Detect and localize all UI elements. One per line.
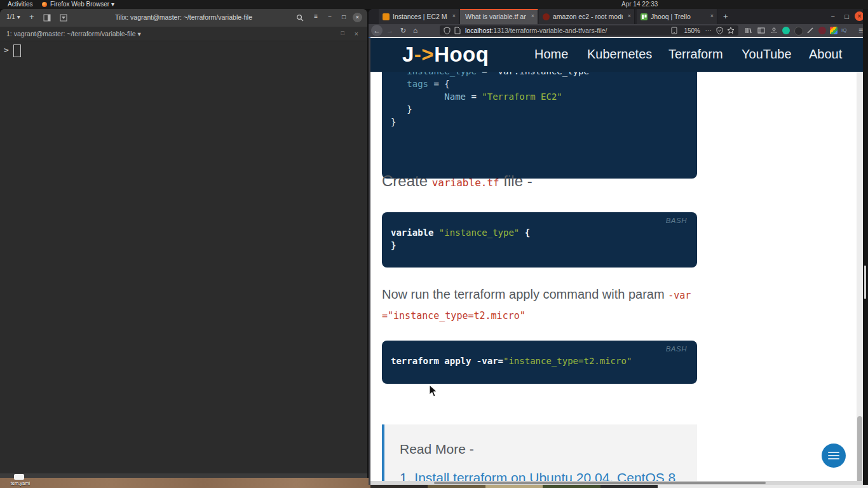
colorful-extension-icon[interactable] <box>830 27 837 34</box>
mouse-cursor <box>429 384 438 397</box>
terminal-cursor <box>13 44 21 57</box>
library-icon[interactable] <box>745 27 752 34</box>
tab-close-icon[interactable]: × <box>628 13 631 19</box>
iq-extension-icon[interactable]: IQ <box>841 27 849 34</box>
firefox-icon <box>42 2 47 7</box>
read-more-box: Read More - 1. Install terraform on Ubun… <box>382 424 697 485</box>
close-button[interactable]: × <box>353 13 362 22</box>
tab-close-icon[interactable]: × <box>710 13 714 19</box>
tab-close-icon[interactable]: × <box>531 13 534 19</box>
code-language-label: BASH <box>666 345 687 353</box>
search-icon[interactable] <box>296 14 304 22</box>
nav-youtube[interactable]: YouTube <box>742 47 792 62</box>
nav-kubernetes[interactable]: Kubernetes <box>587 47 652 62</box>
minimize-button[interactable]: − <box>831 13 835 20</box>
maximize-button[interactable]: □ <box>342 13 346 20</box>
terminal-body[interactable]: > <box>0 41 367 473</box>
activities-button[interactable]: Activities <box>8 0 32 9</box>
vertical-scrollbar[interactable] <box>857 72 863 481</box>
pencil-icon[interactable] <box>806 27 814 34</box>
page-info-icon[interactable] <box>454 27 461 34</box>
bookmark-star-icon[interactable] <box>727 27 735 34</box>
desktop-file-label[interactable]: tem.yaml <box>1 480 39 486</box>
browser-tab-amazon-ec2[interactable]: amazon ec2 - root modu × <box>539 9 635 24</box>
terminal-tab[interactable]: 1: vagrant@master: ~/terraform/variable-… <box>6 30 141 37</box>
horizontal-scrollbar[interactable] <box>370 481 863 485</box>
background-window-sliver <box>863 9 868 485</box>
forward-button[interactable]: → <box>386 26 393 35</box>
firefox-window: Instances | EC2 Manager × What is variab… <box>369 9 868 485</box>
browser-toolbar: ← → ↻ ⌂ localhost:1313/terraform-variabl… <box>369 24 868 38</box>
nav-home[interactable]: Home <box>534 47 568 62</box>
floating-menu-button[interactable] <box>822 444 846 468</box>
scrollbar-thumb[interactable] <box>434 482 766 484</box>
create-variable-heading: Create variable.tf file - <box>382 172 532 190</box>
terminal-titlebar[interactable]: 1/1 ▾ + Tilix: vagrant@master: ~/terrafo… <box>0 9 367 27</box>
minimize-button[interactable]: − <box>328 13 332 20</box>
site-header: J->Hooq Home Kubernetes Terraform YouTub… <box>370 38 863 72</box>
trello-favicon <box>641 13 648 20</box>
maximize-button[interactable]: □ <box>844 13 849 20</box>
bottom-strip-fragments <box>370 485 658 488</box>
page-actions-icon[interactable]: ··· <box>705 26 712 34</box>
terminal-title: Tilix: vagrant@master: ~/terraform/varia… <box>0 13 367 21</box>
home-button[interactable]: ⌂ <box>413 26 417 35</box>
read-more-heading: Read More - <box>400 442 474 457</box>
nav-about[interactable]: About <box>809 47 842 62</box>
terminal-tab-bar: 1: vagrant@master: ~/terraform/variable-… <box>0 27 367 41</box>
gnome-top-bar: Activities Firefox Web Browser ▾ Apr 14 … <box>0 0 868 9</box>
reload-button[interactable]: ↻ <box>400 26 406 35</box>
app-menu[interactable]: Firefox Web Browser ▾ <box>50 0 114 9</box>
url-bar[interactable]: localhost:1313/terraform-variable-and-tf… <box>440 25 738 36</box>
webpage: J->Hooq Home Kubernetes Terraform YouTub… <box>370 37 863 485</box>
grammarly-icon[interactable] <box>782 27 790 34</box>
back-button[interactable]: ← <box>371 25 383 36</box>
account-icon[interactable] <box>770 27 778 34</box>
code-block-variable[interactable]: BASH variable "instance_type" { } <box>382 212 697 268</box>
desktop-file-icon[interactable] <box>14 474 24 480</box>
code-block-apply[interactable]: BASH terraform apply -var="instance_type… <box>382 341 697 384</box>
tab-close-icon[interactable]: × <box>452 13 456 19</box>
browser-tab-variable-tf[interactable]: What is variable.tf and terr × <box>460 9 538 24</box>
shell-prompt: > <box>4 45 9 55</box>
screen: Activities Firefox Web Browser ▾ Apr 14 … <box>0 0 868 488</box>
zoom-level-indicator[interactable]: 150% <box>684 27 700 34</box>
browser-tab-strip: Instances | EC2 Manager × What is variab… <box>369 9 868 24</box>
menu-icon[interactable]: ≡ <box>314 13 318 20</box>
amazon-favicon <box>543 13 550 20</box>
aws-favicon <box>383 13 390 20</box>
sidebar-icon[interactable] <box>757 27 765 34</box>
tab-maximize-icon[interactable]: □ <box>341 30 344 36</box>
dark-extension-icon[interactable] <box>794 27 803 36</box>
terminal-window: 1/1 ▾ + Tilix: vagrant@master: ~/terrafo… <box>0 9 367 478</box>
new-tab-button[interactable]: + <box>723 11 728 21</box>
caret-down-icon: ▾ <box>111 1 114 8</box>
nav-terraform[interactable]: Terraform <box>668 47 723 62</box>
desktop-wallpaper <box>0 478 370 488</box>
caret-down-icon: ▾ <box>137 30 140 37</box>
clock[interactable]: Apr 14 22:33 <box>621 0 658 9</box>
code-language-label: BASH <box>666 217 687 224</box>
browser-tab-ec2[interactable]: Instances | EC2 Manager × <box>379 9 459 24</box>
reader-mode-icon[interactable] <box>671 27 677 34</box>
tab-close-icon[interactable]: × <box>355 30 358 37</box>
shield-icon[interactable] <box>444 27 451 34</box>
url-text[interactable]: localhost:1313/terraform-variable-and-tf… <box>465 27 607 34</box>
apply-paragraph: Now run the terraform apply command with… <box>382 285 696 325</box>
protections-icon[interactable] <box>716 27 723 34</box>
site-logo[interactable]: J->Hooq <box>402 43 489 67</box>
scrollbar-thumb[interactable] <box>857 416 862 485</box>
lastpass-icon[interactable] <box>818 27 826 34</box>
browser-tab-trello[interactable]: Jhooq | Trello × <box>637 9 717 24</box>
terminal-bottom-edge <box>0 473 367 478</box>
bottom-strip-light <box>658 485 868 488</box>
hamburger-menu-icon[interactable]: ≡ <box>858 26 863 35</box>
